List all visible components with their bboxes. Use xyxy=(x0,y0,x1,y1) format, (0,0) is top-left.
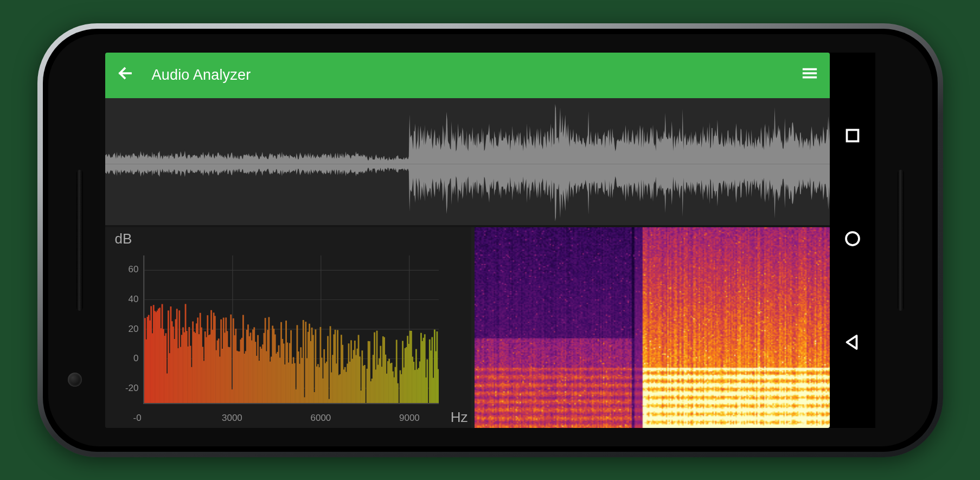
fft-y-tick: 60 xyxy=(117,264,139,275)
fft-x-axis-label: Hz xyxy=(451,409,468,426)
svg-rect-249 xyxy=(847,130,858,141)
spectrogram-graphic xyxy=(475,227,830,428)
app-bar: Audio Analyzer xyxy=(105,53,830,98)
fft-y-tick: -20 xyxy=(117,383,139,394)
spectrogram-panel[interactable] xyxy=(475,227,830,428)
svg-rect-158 xyxy=(327,336,329,402)
nav-home-icon[interactable] xyxy=(843,229,862,251)
fft-x-tick: 6000 xyxy=(311,413,331,424)
app-screen: Audio Analyzer dB Hz xyxy=(105,53,830,428)
svg-rect-215 xyxy=(397,383,399,402)
nav-back-icon[interactable] xyxy=(843,332,862,354)
svg-rect-239 xyxy=(426,359,428,402)
waveform-graphic xyxy=(105,98,830,225)
android-nav-bar xyxy=(830,53,875,428)
phone-frame: Audio Analyzer dB Hz xyxy=(37,23,943,457)
speaker-grille-left xyxy=(76,170,83,311)
svg-rect-188 xyxy=(363,364,365,402)
fft-x-tick: -0 xyxy=(133,413,142,424)
app-title: Audio Analyzer xyxy=(152,67,251,84)
fft-y-tick: 40 xyxy=(117,294,139,305)
fft-y-tick: 0 xyxy=(117,353,139,364)
main-content: dB Hz 6040200-20-0300060009000 xyxy=(105,98,830,428)
hamburger-menu-icon[interactable] xyxy=(802,65,818,85)
fft-y-axis-label: dB xyxy=(115,231,132,247)
fft-spectrum-panel[interactable]: dB Hz 6040200-20-0300060009000 xyxy=(105,227,471,428)
speaker-grille-right xyxy=(898,170,904,311)
fft-x-tick: 3000 xyxy=(222,413,242,424)
back-arrow-icon[interactable] xyxy=(117,65,133,85)
front-camera xyxy=(68,373,82,387)
svg-point-250 xyxy=(846,232,859,245)
fft-plot-area xyxy=(143,255,439,404)
svg-rect-248 xyxy=(437,369,438,402)
svg-rect-138 xyxy=(302,320,304,403)
fft-y-tick: 20 xyxy=(117,324,139,335)
fft-x-tick: 9000 xyxy=(399,413,420,424)
nav-recent-apps-icon[interactable] xyxy=(843,126,862,148)
waveform-panel[interactable] xyxy=(105,98,830,227)
